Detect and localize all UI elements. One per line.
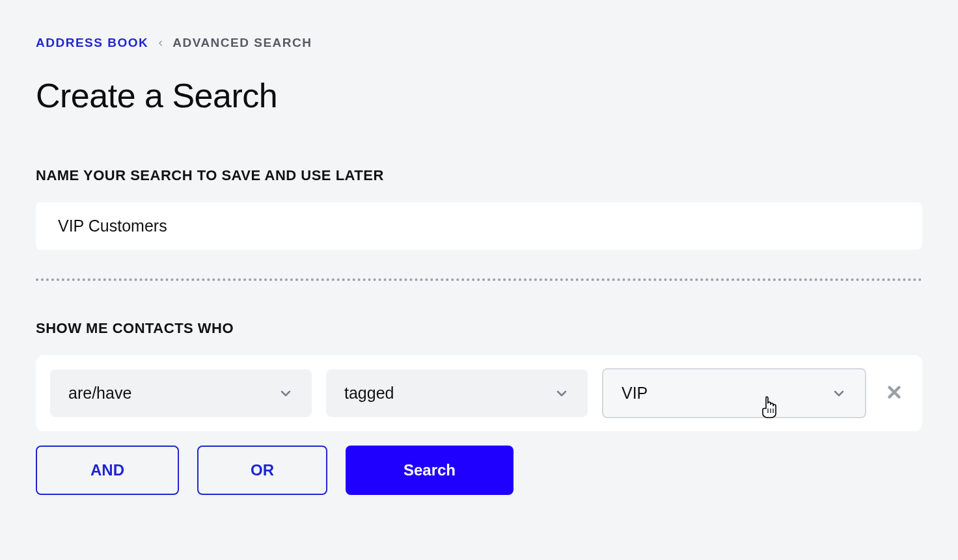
name-search-label: NAME YOUR SEARCH TO SAVE AND USE LATER xyxy=(36,167,922,184)
pointer-cursor-icon xyxy=(760,395,780,423)
page-title: Create a Search xyxy=(36,76,922,115)
action-row: AND OR Search xyxy=(36,446,922,495)
condition-select-value: are/have xyxy=(68,384,131,403)
section-divider xyxy=(36,278,922,281)
search-name-input[interactable] xyxy=(36,202,922,250)
chevron-down-icon xyxy=(554,386,569,401)
remove-filter-button[interactable] xyxy=(881,380,908,407)
search-button[interactable]: Search xyxy=(346,446,513,495)
or-button[interactable]: OR xyxy=(197,446,327,495)
chevron-down-icon xyxy=(831,386,847,401)
close-icon xyxy=(884,382,904,405)
filter-section-label: SHOW ME CONTACTS WHO xyxy=(36,320,922,337)
breadcrumb: ADDRESS BOOK ADVANCED SEARCH xyxy=(36,36,922,50)
condition-select[interactable]: are/have xyxy=(50,369,312,417)
breadcrumb-root-link[interactable]: ADDRESS BOOK xyxy=(36,36,148,50)
and-button[interactable]: AND xyxy=(36,446,179,495)
filter-row: are/have tagged VIP xyxy=(36,355,922,431)
value-select[interactable]: VIP xyxy=(602,368,866,418)
value-select-value: VIP xyxy=(622,384,648,403)
chevron-down-icon xyxy=(278,386,294,401)
attribute-select-value: tagged xyxy=(344,384,394,403)
chevron-left-icon xyxy=(156,39,165,47)
breadcrumb-current: ADVANCED SEARCH xyxy=(172,36,312,50)
attribute-select[interactable]: tagged xyxy=(326,369,588,417)
